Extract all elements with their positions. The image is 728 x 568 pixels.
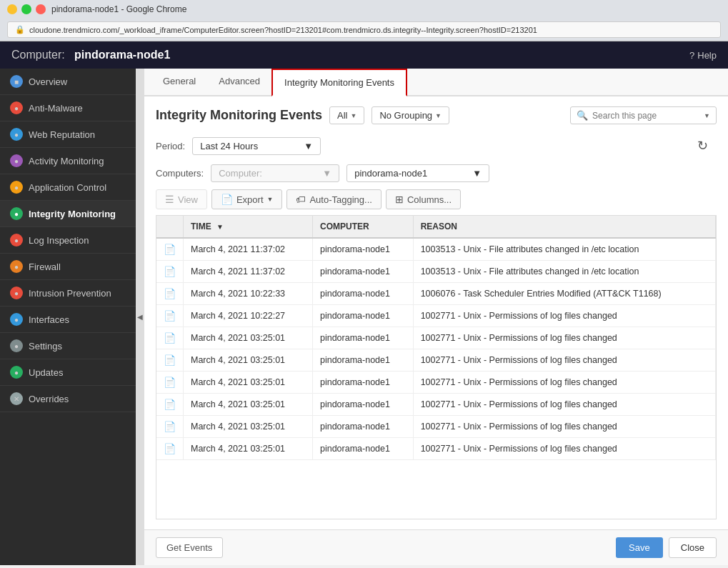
period-row: Period: Last 24 Hours ▼ ↻ [156,134,717,157]
sidebar-label-overview: Overview [29,76,67,87]
help-label: Help [697,50,717,61]
sidebar-item-antimalware[interactable]: ● Anti-Malware [0,95,136,121]
node-select[interactable]: pindorama-node1 ▼ [346,164,489,182]
row-file-icon: 📄 [156,372,184,394]
row-time: March 4, 2021 03:25:01 [184,438,313,460]
grouping-button[interactable]: No Grouping ▼ [372,106,449,124]
row-reason: 1002771 - Unix - Permissions of log file… [413,394,715,416]
table-row[interactable]: 📄 March 4, 2021 10:22:27 pindorama-node1… [156,305,716,327]
sidebar-item-webrep[interactable]: ● Web Reputation [0,121,136,148]
sidebar-label-loginspect: Log Inspection [29,235,89,246]
table-row[interactable]: 📄 March 4, 2021 03:25:01 pindorama-node1… [156,372,716,394]
sidebar-item-appcontrol[interactable]: ● Application Control [0,174,136,201]
col-time-header[interactable]: TIME ▼ [184,216,313,238]
table-row[interactable]: 📄 March 4, 2021 10:22:33 pindorama-node1… [156,283,716,305]
row-time: March 4, 2021 11:37:02 [184,238,313,261]
computer-chevron-icon: ▼ [322,168,331,179]
row-computer: pindorama-node1 [312,261,413,283]
export-label: Export [236,194,264,205]
search-box[interactable]: 🔍 ▼ [570,106,717,124]
table-row[interactable]: 📄 March 4, 2021 03:25:01 pindorama-node1… [156,327,716,349]
table-row[interactable]: 📄 March 4, 2021 03:25:01 pindorama-node1… [156,416,716,438]
row-time: March 4, 2021 10:22:27 [184,305,313,327]
save-button[interactable]: Save [616,537,663,558]
sidebar-item-firewall[interactable]: ● Firewall [0,254,136,280]
row-reason: 1002771 - Unix - Permissions of log file… [413,349,715,372]
row-file-icon: 📄 [156,438,184,460]
autotag-button[interactable]: 🏷 Auto-Tagging... [286,189,381,209]
collapse-icon: ◀ [137,313,143,321]
url-text: cloudone.trendmicro.com/_workload_iframe… [29,26,537,34]
sidebar-item-overrides[interactable]: ✕ Overrides [0,386,136,412]
table-row[interactable]: 📄 March 4, 2021 03:25:01 pindorama-node1… [156,349,716,372]
row-file-icon: 📄 [156,238,184,261]
sidebar-label-antimalware: Anti-Malware [29,103,83,114]
sidebar-item-interfaces[interactable]: ● Interfaces [0,307,136,333]
node-value: pindorama-node1 [354,168,427,179]
col-computer-header[interactable]: COMPUTER [312,216,413,238]
sidebar-item-loginspect[interactable]: ● Log Inspection [0,227,136,254]
sidebar-item-integrity[interactable]: ● Integrity Monitoring [0,201,136,227]
row-time: March 4, 2021 10:22:33 [184,283,313,305]
get-events-button[interactable]: Get Events [156,537,223,558]
sidebar-label-settings: Settings [29,341,62,352]
row-reason: 1006076 - Task Scheduler Entries Modifie… [413,283,715,305]
col-reason-header[interactable]: REASON [413,216,715,238]
time-sort-icon: ▼ [216,223,224,231]
table-row[interactable]: 📄 March 4, 2021 11:37:02 pindorama-node1… [156,261,716,283]
row-time: March 4, 2021 11:37:02 [184,261,313,283]
help-button[interactable]: ? Help [689,50,717,61]
row-reason: 1003513 - Unix - File attributes changed… [413,261,715,283]
row-computer: pindorama-node1 [312,394,413,416]
sidebar-collapse-handle[interactable]: ◀ [136,69,144,565]
appcontrol-icon: ● [10,181,23,194]
refresh-button[interactable]: ↻ [689,134,717,157]
browser-maximize[interactable] [21,4,31,14]
filter-all-button[interactable]: All ▼ [329,106,364,124]
close-label: Close [681,542,704,553]
firewall-icon: ● [10,260,23,273]
row-computer: pindorama-node1 [312,283,413,305]
autotag-icon: 🏷 [296,194,306,205]
action-row: ☰ View 📄 Export ▼ 🏷 Auto-Tagging... ⊞ [156,189,717,209]
search-icon: 🔍 [577,110,588,121]
table-row[interactable]: 📄 March 4, 2021 11:37:02 pindorama-node1… [156,238,716,261]
tab-advanced[interactable]: Advanced [207,69,271,96]
sidebar-item-updates[interactable]: ● Updates [0,359,136,386]
row-computer: pindorama-node1 [312,349,413,372]
view-label: View [178,194,198,205]
period-select[interactable]: Last 24 Hours ▼ [192,137,321,155]
columns-button[interactable]: ⊞ Columns... [386,189,461,209]
row-time: March 4, 2021 03:25:01 [184,327,313,349]
view-icon: ☰ [165,194,174,205]
sidebar-item-intrusion[interactable]: ● Intrusion Prevention [0,280,136,307]
view-button[interactable]: ☰ View [156,189,207,209]
computer-select[interactable]: Computer: ▼ [211,164,339,182]
address-bar[interactable]: 🔒 cloudone.trendmicro.com/_workload_ifra… [7,21,721,38]
tab-integrity-monitoring-events[interactable]: Integrity Monitoring Events [271,69,407,96]
table-row[interactable]: 📄 March 4, 2021 03:25:01 pindorama-node1… [156,438,716,460]
sidebar-item-activity[interactable]: ● Activity Monitoring [0,148,136,174]
browser-minimize[interactable] [7,4,17,14]
table-row[interactable]: 📄 March 4, 2021 03:25:01 pindorama-node1… [156,394,716,416]
search-input[interactable] [592,111,699,121]
export-button[interactable]: 📄 Export ▼ [211,189,283,209]
sidebar-label-interfaces: Interfaces [29,314,69,325]
activity-icon: ● [10,154,23,167]
intrusion-icon: ● [10,287,23,299]
sidebar-label-intrusion: Intrusion Prevention [29,288,111,299]
overview-icon: ■ [10,75,23,88]
row-reason: 1003513 - Unix - File attributes changed… [413,238,715,261]
bottom-bar: Get Events Save Close [144,529,728,565]
node-chevron-icon: ▼ [472,168,482,179]
tab-general[interactable]: General [151,69,207,96]
app-header: Computer: pindorama-node1 ? Help [0,41,728,69]
browser-close[interactable] [36,4,46,14]
close-button[interactable]: Close [669,537,717,558]
col-icon-header [156,216,184,238]
sidebar-item-overview[interactable]: ■ Overview [0,69,136,95]
sidebar-item-settings[interactable]: ● Settings [0,333,136,359]
sidebar-label-overrides: Overrides [29,394,69,404]
computer-placeholder: Computer: [219,168,262,179]
computers-label: Computers: [156,168,204,179]
